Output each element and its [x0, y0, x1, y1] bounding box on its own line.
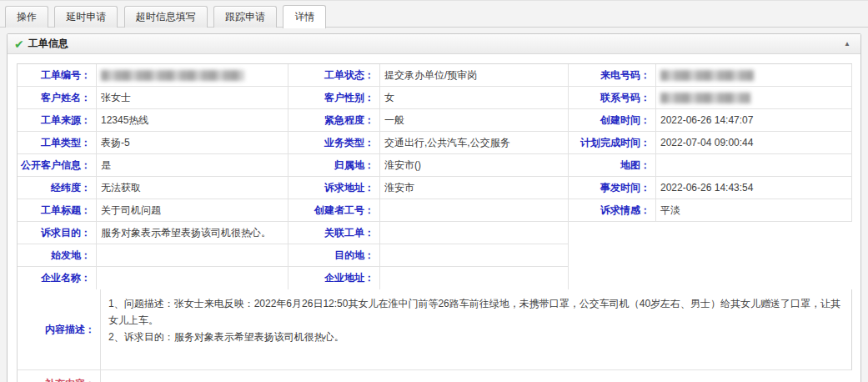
- field-label: 联系号码：: [569, 87, 656, 109]
- tab-detail[interactable]: 详情: [283, 5, 326, 28]
- tab-track-request[interactable]: 跟踪申请: [213, 6, 277, 28]
- field-label: 诉求目的：: [18, 222, 97, 244]
- field-label: 关联工单：: [288, 222, 380, 244]
- tab-timeout-info[interactable]: 超时信息填写: [124, 6, 208, 28]
- content-description-text: 1、问题描述：张女士来电反映：2022年6月26日12:50其女儿在淮中门前等2…: [101, 289, 851, 369]
- field-label: 工单标题：: [18, 199, 97, 222]
- redacted-value: [101, 70, 244, 81]
- field-label: 工单状态：: [288, 64, 380, 87]
- field-label: 公开客户信息：: [18, 154, 97, 177]
- field-value: [97, 64, 288, 87]
- field-label: 目的地：: [288, 244, 380, 267]
- field-label: 补充内容：: [18, 370, 101, 382]
- field-label: 业务类型：: [288, 132, 380, 154]
- field-value: 淮安市: [380, 177, 569, 199]
- field-value: [380, 267, 569, 289]
- supplement-row: 补充内容：: [17, 370, 852, 382]
- field-value: 2022-07-04 09:00:44: [656, 132, 852, 154]
- redacted-value: [660, 70, 754, 81]
- field-value: 平淡: [656, 199, 852, 222]
- field-label: 始发地：: [18, 244, 97, 267]
- content-description-row: 内容描述： 1、问题描述：张女士来电反映：2022年6月26日12:50其女儿在…: [17, 289, 852, 370]
- field-label: 地图：: [569, 154, 656, 177]
- field-label: 企业名称：: [18, 267, 97, 289]
- collapse-icon[interactable]: ▲: [840, 38, 854, 49]
- field-value: 12345热线: [97, 109, 288, 132]
- field-label: 归属地：: [288, 154, 380, 177]
- work-order-panel: ✔ 工单信息 ▲ 工单编号： 工单状态： 提交承办单位/预审岗 来电号码： 客户…: [7, 33, 861, 382]
- field-label: 紧急程度：: [288, 109, 380, 132]
- field-value: 关于司机问题: [97, 199, 288, 222]
- field-label: 事发时间：: [569, 177, 656, 199]
- field-value: [656, 87, 852, 109]
- field-label: 客户姓名：: [18, 87, 97, 109]
- field-label: 计划完成时间：: [569, 132, 656, 154]
- field-value: [97, 244, 288, 267]
- field-value: 2022-06-26 14:47:07: [656, 109, 852, 132]
- redacted-value: [660, 93, 750, 103]
- field-value: [656, 64, 852, 87]
- field-value: [656, 154, 852, 177]
- field-value: [97, 267, 288, 289]
- field-label: 创建者工号：: [288, 199, 380, 222]
- field-label: 诉求情感：: [569, 199, 656, 222]
- field-label: 工单来源：: [18, 109, 97, 132]
- field-value: 张女士: [97, 87, 288, 109]
- field-value: 2022-06-26 14:43:54: [656, 177, 852, 199]
- work-order-grid-main: 工单编号： 工单状态： 提交承办单位/预审岗 来电号码： 客户姓名： 张女士 客…: [17, 63, 852, 222]
- field-value: [380, 199, 569, 222]
- panel-body: 工单编号： 工单状态： 提交承办单位/预审岗 来电号码： 客户姓名： 张女士 客…: [8, 54, 860, 382]
- field-label: 企业地址：: [288, 267, 380, 289]
- tab-operation[interactable]: 操作: [5, 6, 48, 28]
- field-value: 淮安市(): [380, 154, 569, 177]
- field-label: 工单类型：: [18, 132, 97, 154]
- content-line: 2、诉求目的：服务对象表示希望表扬该司机很热心。: [108, 329, 844, 345]
- field-value: 交通出行,公共汽车,公交服务: [380, 132, 569, 154]
- panel-title: 工单信息: [28, 37, 68, 51]
- tab-delay-request[interactable]: 延时申请: [54, 6, 118, 28]
- field-label: 工单编号：: [18, 64, 97, 87]
- field-value: 一般: [380, 109, 569, 132]
- field-value: 表扬-5: [97, 132, 288, 154]
- field-label: 内容描述：: [18, 289, 101, 369]
- field-value: 女: [380, 87, 569, 109]
- field-value: [380, 244, 569, 267]
- tab-bar: 操作 延时申请 超时信息填写 跟踪申请 详情: [0, 0, 868, 28]
- field-value: 无法获取: [97, 177, 288, 199]
- field-label: 客户性别：: [288, 87, 380, 109]
- work-order-grid-secondary: 诉求目的： 服务对象表示希望表扬该司机很热心。 关联工单： 始发地： 目的地： …: [17, 222, 569, 289]
- field-value: [380, 222, 569, 244]
- field-label: 诉求地址：: [288, 177, 380, 199]
- content-line: 1、问题描述：张女士来电反映：2022年6月26日12:50其女儿在淮中门前等2…: [108, 295, 844, 329]
- panel-header: ✔ 工单信息 ▲: [8, 34, 860, 54]
- field-value: 是: [97, 154, 288, 177]
- field-value: 服务对象表示希望表扬该司机很热心。: [97, 222, 288, 244]
- field-label: 来电号码：: [569, 64, 656, 87]
- check-icon: ✔: [14, 38, 24, 50]
- field-label: 创建时间：: [569, 109, 656, 132]
- field-value: 提交承办单位/预审岗: [380, 64, 569, 87]
- field-label: 经纬度：: [18, 177, 97, 199]
